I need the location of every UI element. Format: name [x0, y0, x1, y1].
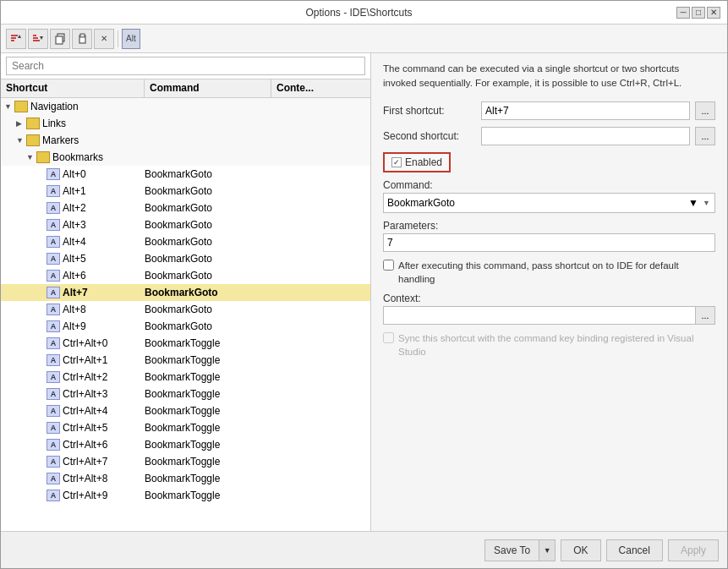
command-text: BookmarkGoto: [145, 202, 271, 214]
pass-shortcut-checkbox[interactable]: [383, 260, 394, 271]
shortcut-text: Navigation: [30, 101, 79, 112]
tree-row[interactable]: AAlt+6BookmarkGoto: [1, 267, 370, 284]
tree-row[interactable]: ACtrl+Alt+1BookmarkToggle: [1, 352, 370, 369]
toolbar-btn-copy[interactable]: [50, 29, 70, 49]
shortcut-text: Alt+6: [63, 270, 86, 282]
command-select[interactable]: BookmarkGotoBookmarkToggleBookmarkClear: [383, 193, 715, 213]
first-shortcut-btn[interactable]: ...: [695, 101, 715, 120]
minimize-button[interactable]: ─: [676, 7, 690, 19]
tree-row[interactable]: ACtrl+Alt+8BookmarkToggle: [1, 470, 370, 487]
toolbar-btn-2[interactable]: [28, 29, 48, 49]
tree-row[interactable]: ACtrl+Alt+7BookmarkToggle: [1, 453, 370, 470]
tree-row[interactable]: AAlt+5BookmarkGoto: [1, 250, 370, 267]
shortcut-text: Ctrl+Alt+0: [63, 337, 107, 349]
tree-row[interactable]: AAlt+0BookmarkGoto: [1, 166, 370, 183]
command-text: BookmarkGoto: [145, 270, 271, 282]
toolbar-btn-paste[interactable]: [72, 29, 92, 49]
alt-label: Alt: [126, 34, 136, 43]
tree-body[interactable]: ▼Navigation▶Links▼Markers▼BookmarksAAlt+…: [1, 98, 370, 531]
command-section: Command: BookmarkGotoBookmarkToggleBookm…: [383, 179, 715, 213]
close-button[interactable]: ✕: [707, 7, 720, 19]
tree-row[interactable]: AAlt+4BookmarkGoto: [1, 233, 370, 250]
tree-row[interactable]: ▼Navigation: [1, 98, 370, 115]
command-text: BookmarkGoto: [145, 236, 271, 248]
svg-rect-2: [11, 40, 14, 41]
tree-row[interactable]: ACtrl+Alt+3BookmarkToggle: [1, 386, 370, 402]
save-to-dropdown-arrow[interactable]: ▼: [539, 539, 556, 561]
shortcut-icon: A: [47, 202, 60, 214]
tree-row[interactable]: ▼Markers: [1, 132, 370, 149]
command-select-wrapper: BookmarkGotoBookmarkToggleBookmarkClear …: [383, 193, 715, 213]
first-shortcut-row: First shortcut: ...: [383, 101, 715, 120]
shortcut-icon: A: [47, 287, 60, 298]
enabled-button[interactable]: ✓ Enabled: [383, 152, 451, 172]
tree-row[interactable]: ACtrl+Alt+0BookmarkToggle: [1, 335, 370, 352]
folder-icon: [26, 134, 40, 146]
folder-icon: [36, 151, 50, 163]
context-label: Context:: [383, 293, 715, 304]
toolbar-btn-1[interactable]: [6, 29, 26, 49]
svg-rect-6: [33, 40, 40, 41]
save-to-button-group: Save To ▼: [484, 539, 556, 561]
tree-row[interactable]: ACtrl+Alt+9BookmarkToggle: [1, 487, 370, 504]
tree-row[interactable]: AAlt+8BookmarkGoto: [1, 301, 370, 318]
search-input[interactable]: [6, 57, 365, 75]
save-to-main-button[interactable]: Save To: [484, 539, 539, 561]
context-row: ...: [383, 306, 715, 325]
tree-row[interactable]: AAlt+7BookmarkGoto: [1, 284, 370, 301]
tree-row[interactable]: ACtrl+Alt+2BookmarkToggle: [1, 369, 370, 386]
toolbar-btn-alt[interactable]: Alt: [122, 29, 140, 49]
toolbar-btn-delete[interactable]: ✕: [94, 29, 114, 49]
tree-row[interactable]: AAlt+1BookmarkGoto: [1, 183, 370, 200]
shortcut-text: Ctrl+Alt+7: [63, 456, 107, 468]
shortcut-icon: A: [47, 456, 60, 468]
second-shortcut-btn[interactable]: ...: [695, 127, 715, 145]
parameters-input[interactable]: [383, 233, 715, 252]
command-text: BookmarkToggle: [145, 439, 271, 451]
tree-row[interactable]: ▼Bookmarks: [1, 149, 370, 166]
toggle-arrow-icon: ▼: [16, 136, 25, 145]
shortcut-icon: A: [47, 405, 60, 417]
context-btn[interactable]: ...: [695, 306, 715, 325]
shortcut-icon: A: [47, 253, 60, 265]
svg-rect-1: [11, 37, 16, 39]
svg-rect-11: [80, 34, 85, 37]
shortcut-text: Alt+9: [63, 320, 86, 332]
tree-row[interactable]: ▶Links: [1, 115, 370, 132]
title-bar: Options - IDE\Shortcuts ─ □ ✕: [1, 1, 727, 25]
tree-row[interactable]: ACtrl+Alt+4BookmarkToggle: [1, 402, 370, 419]
apply-button[interactable]: Apply: [668, 539, 719, 561]
cancel-button[interactable]: Cancel: [606, 539, 663, 561]
context-input[interactable]: [383, 306, 695, 325]
tree-row[interactable]: AAlt+2BookmarkGoto: [1, 200, 370, 216]
shortcut-text: Alt+1: [63, 185, 86, 197]
pass-shortcut-row: After executing this command, pass short…: [383, 259, 715, 286]
command-text: BookmarkToggle: [145, 456, 271, 468]
svg-rect-0: [11, 35, 18, 36]
command-text: BookmarkGoto: [145, 253, 271, 265]
second-shortcut-input[interactable]: [481, 127, 690, 145]
first-shortcut-input[interactable]: [481, 101, 690, 120]
enabled-checkbox[interactable]: ✓: [391, 157, 402, 167]
maximize-button[interactable]: □: [692, 7, 705, 19]
shortcut-text: Ctrl+Alt+4: [63, 405, 107, 417]
tree-row[interactable]: ACtrl+Alt+5BookmarkToggle: [1, 419, 370, 436]
enabled-label: Enabled: [405, 156, 442, 168]
shortcut-text: Ctrl+Alt+2: [63, 371, 107, 383]
tree-row[interactable]: AAlt+3BookmarkGoto: [1, 216, 370, 233]
toolbar: ✕ Alt: [1, 25, 727, 53]
shortcut-icon: A: [47, 219, 60, 231]
tree-area: ▼Navigation▶Links▼Markers▼BookmarksAAlt+…: [1, 98, 370, 531]
shortcut-icon: A: [47, 388, 60, 400]
title-bar-controls: ─ □ ✕: [676, 7, 720, 19]
sync-shortcut-checkbox[interactable]: [383, 332, 394, 343]
window-title: Options - IDE\Shortcuts: [41, 7, 676, 19]
command-text: BookmarkToggle: [145, 490, 271, 501]
tree-row[interactable]: AAlt+9BookmarkGoto: [1, 318, 370, 335]
tree-row[interactable]: ACtrl+Alt+6BookmarkToggle: [1, 436, 370, 453]
col-header-shortcut: Shortcut: [1, 79, 145, 97]
second-shortcut-row: Second shortcut: ...: [383, 127, 715, 145]
command-text: BookmarkGoto: [145, 185, 271, 197]
ok-button[interactable]: OK: [561, 539, 600, 561]
col-header-context: Conte...: [271, 79, 370, 97]
